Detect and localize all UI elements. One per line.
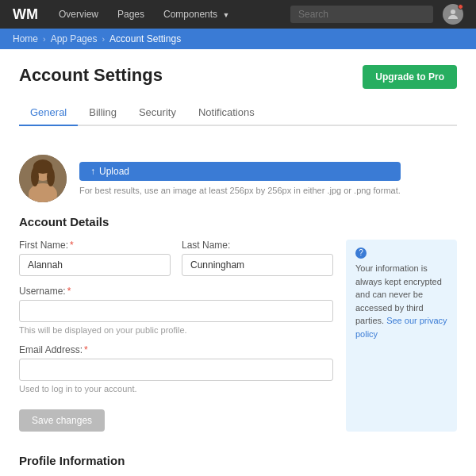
first-name-input[interactable] [19, 254, 171, 276]
components-dropdown-arrow: ▼ [222, 11, 229, 19]
last-name-label: Last Name: [182, 240, 333, 251]
email-required: * [84, 344, 88, 355]
upload-hint: For best results, use an image at least … [79, 186, 401, 195]
nav-links: Overview Pages Components ▼ [54, 6, 234, 23]
first-name-required: * [70, 240, 74, 251]
svg-point-0 [451, 10, 455, 14]
account-details-section: Account Details First Name:* Last Name: [19, 215, 457, 432]
account-info-box: ? Your information is always kept encryp… [346, 240, 457, 432]
email-group: Email Address:* Used to log in to your a… [19, 344, 333, 393]
username-hint: This will be displayed on your public pr… [19, 325, 333, 335]
notification-dot [458, 4, 463, 10]
user-icon [447, 8, 459, 21]
first-name-group: First Name:* [19, 240, 171, 276]
breadcrumb-current: Account Settings [109, 33, 181, 44]
info-icon: ? [355, 248, 367, 259]
breadcrumb-bar: Home › App Pages › Account Settings [0, 29, 476, 49]
nav-pages[interactable]: Pages [113, 6, 149, 23]
email-label: Email Address:* [19, 344, 333, 355]
breadcrumb-sep-2: › [102, 34, 105, 44]
tab-security[interactable]: Security [128, 100, 187, 126]
profile-info-section: Profile Information City: Country: [19, 454, 457, 476]
avatar-image [19, 155, 67, 202]
profile-info-title: Profile Information [19, 454, 457, 467]
email-hint: Used to log in to your account. [19, 384, 333, 393]
info-box-header: ? [355, 248, 447, 259]
account-details-title: Account Details [19, 215, 457, 228]
avatar-menu[interactable] [443, 4, 463, 25]
breadcrumb-sep-1: › [43, 34, 46, 44]
tab-billing[interactable]: Billing [78, 100, 128, 126]
username-label: Username:* [19, 286, 333, 297]
first-name-label: First Name:* [19, 240, 171, 251]
username-input[interactable] [19, 300, 333, 322]
inner-content: Account Settings Upgrade to Pro General … [0, 49, 476, 476]
brand-text: WM [13, 6, 38, 23]
navbar: WM Overview Pages Components ▼ [0, 0, 476, 29]
content-area: Account Settings Upgrade to Pro General … [0, 49, 476, 476]
search-container [290, 6, 433, 23]
last-name-input[interactable] [182, 254, 333, 276]
name-row: First Name:* Last Name: [19, 240, 333, 276]
brand-logo: WM [13, 6, 38, 23]
nav-components[interactable]: Components ▼ [159, 6, 234, 23]
page-header: Account Settings Upgrade to Pro [19, 65, 457, 89]
search-input[interactable] [290, 6, 433, 23]
email-input[interactable] [19, 359, 333, 381]
account-details-form: First Name:* Last Name: Username:* [19, 240, 333, 432]
account-details-layout: First Name:* Last Name: Username:* [19, 240, 457, 432]
breadcrumb-home[interactable]: Home [13, 33, 38, 44]
tabs: General Billing Security Notifications [19, 100, 457, 126]
breadcrumb-app-pages[interactable]: App Pages [51, 33, 98, 44]
tab-notifications[interactable]: Notifications [187, 100, 266, 126]
save-changes-button[interactable]: Save changes [19, 409, 105, 432]
avatar-controls: ↑ Upload For best results, use an image … [79, 162, 401, 195]
upload-icon: ↑ [90, 166, 95, 177]
username-group: Username:* This will be displayed on you… [19, 286, 333, 335]
upgrade-button[interactable]: Upgrade to Pro [363, 65, 457, 89]
upload-label: Upload [99, 166, 129, 177]
page-title: Account Settings [19, 65, 163, 86]
avatar-section: ↑ Upload For best results, use an image … [19, 142, 457, 215]
nav-overview[interactable]: Overview [54, 6, 103, 23]
last-name-group: Last Name: [182, 240, 333, 276]
profile-avatar [19, 155, 67, 202]
upload-button[interactable]: ↑ Upload [79, 162, 401, 181]
username-required: * [67, 286, 71, 297]
tab-general[interactable]: General [19, 100, 78, 126]
